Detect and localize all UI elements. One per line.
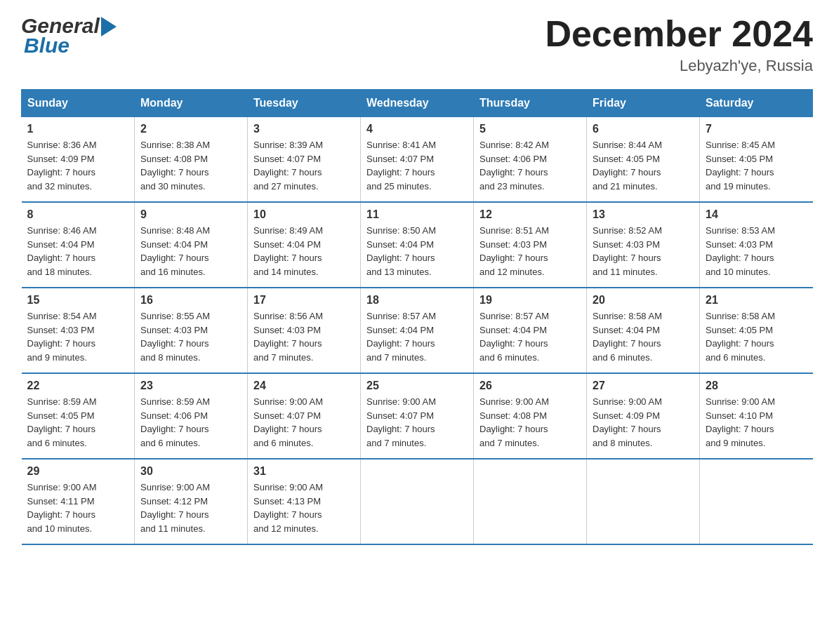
day-info: Sunrise: 8:59 AM Sunset: 4:06 PM Dayligh… bbox=[140, 395, 241, 450]
day-info: Sunrise: 8:54 AM Sunset: 4:03 PM Dayligh… bbox=[27, 309, 129, 364]
col-monday: Monday bbox=[135, 90, 248, 117]
cell-w2-d2: 10Sunrise: 8:49 AM Sunset: 4:04 PM Dayli… bbox=[248, 202, 361, 288]
cell-w5-d5 bbox=[587, 459, 700, 544]
col-saturday: Saturday bbox=[700, 90, 813, 117]
cell-w3-d3: 18Sunrise: 8:57 AM Sunset: 4:04 PM Dayli… bbox=[361, 288, 474, 373]
day-info: Sunrise: 8:42 AM Sunset: 4:06 PM Dayligh… bbox=[479, 138, 581, 193]
cell-w4-d3: 25Sunrise: 9:00 AM Sunset: 4:07 PM Dayli… bbox=[361, 373, 474, 459]
cell-w2-d5: 13Sunrise: 8:52 AM Sunset: 4:03 PM Dayli… bbox=[587, 202, 700, 288]
cell-w5-d2: 31Sunrise: 9:00 AM Sunset: 4:13 PM Dayli… bbox=[248, 459, 361, 544]
cell-w5-d1: 30Sunrise: 9:00 AM Sunset: 4:12 PM Dayli… bbox=[135, 459, 248, 544]
day-info: Sunrise: 8:58 AM Sunset: 4:04 PM Dayligh… bbox=[593, 309, 694, 364]
day-info: Sunrise: 9:00 AM Sunset: 4:10 PM Dayligh… bbox=[706, 395, 807, 450]
cell-w4-d1: 23Sunrise: 8:59 AM Sunset: 4:06 PM Dayli… bbox=[135, 373, 248, 459]
day-info: Sunrise: 8:48 AM Sunset: 4:04 PM Dayligh… bbox=[140, 224, 241, 279]
col-wednesday: Wednesday bbox=[361, 90, 474, 117]
day-info: Sunrise: 9:00 AM Sunset: 4:07 PM Dayligh… bbox=[366, 395, 468, 450]
cell-w4-d4: 26Sunrise: 9:00 AM Sunset: 4:08 PM Dayli… bbox=[474, 373, 587, 459]
day-info: Sunrise: 8:57 AM Sunset: 4:04 PM Dayligh… bbox=[366, 309, 468, 364]
day-info: Sunrise: 9:00 AM Sunset: 4:08 PM Dayligh… bbox=[479, 395, 581, 450]
day-number: 15 bbox=[27, 294, 129, 307]
day-info: Sunrise: 8:41 AM Sunset: 4:07 PM Dayligh… bbox=[366, 138, 468, 193]
month-title: December 2024 bbox=[545, 14, 813, 54]
logo-arrow-icon bbox=[101, 17, 117, 36]
day-info: Sunrise: 8:58 AM Sunset: 4:05 PM Dayligh… bbox=[706, 309, 807, 364]
day-number: 30 bbox=[140, 465, 241, 478]
day-info: Sunrise: 9:00 AM Sunset: 4:07 PM Dayligh… bbox=[253, 395, 355, 450]
day-number: 3 bbox=[253, 123, 355, 135]
day-info: Sunrise: 8:45 AM Sunset: 4:05 PM Dayligh… bbox=[706, 138, 807, 193]
location-text: Lebyazh'ye, Russia bbox=[545, 57, 813, 75]
day-info: Sunrise: 8:44 AM Sunset: 4:05 PM Dayligh… bbox=[593, 138, 694, 193]
cell-w4-d6: 28Sunrise: 9:00 AM Sunset: 4:10 PM Dayli… bbox=[700, 373, 813, 459]
cell-w1-d3: 4Sunrise: 8:41 AM Sunset: 4:07 PM Daylig… bbox=[361, 117, 474, 203]
day-info: Sunrise: 8:49 AM Sunset: 4:04 PM Dayligh… bbox=[253, 224, 355, 279]
cell-w3-d0: 15Sunrise: 8:54 AM Sunset: 4:03 PM Dayli… bbox=[22, 288, 135, 373]
day-number: 21 bbox=[706, 294, 807, 307]
day-info: Sunrise: 8:55 AM Sunset: 4:03 PM Dayligh… bbox=[140, 309, 241, 364]
day-info: Sunrise: 8:50 AM Sunset: 4:04 PM Dayligh… bbox=[366, 224, 468, 279]
day-number: 14 bbox=[706, 208, 807, 221]
day-number: 5 bbox=[479, 123, 581, 135]
svg-marker-0 bbox=[101, 17, 117, 36]
day-info: Sunrise: 9:00 AM Sunset: 4:09 PM Dayligh… bbox=[593, 395, 694, 450]
day-number: 7 bbox=[706, 123, 807, 135]
day-number: 6 bbox=[593, 123, 694, 135]
day-number: 13 bbox=[593, 208, 694, 221]
day-info: Sunrise: 8:56 AM Sunset: 4:03 PM Dayligh… bbox=[253, 309, 355, 364]
day-number: 22 bbox=[27, 380, 129, 392]
cell-w2-d4: 12Sunrise: 8:51 AM Sunset: 4:03 PM Dayli… bbox=[474, 202, 587, 288]
calendar-header: Sunday Monday Tuesday Wednesday Thursday… bbox=[22, 90, 813, 117]
cell-w3-d1: 16Sunrise: 8:55 AM Sunset: 4:03 PM Dayli… bbox=[135, 288, 248, 373]
cell-w5-d6 bbox=[700, 459, 813, 544]
day-number: 12 bbox=[479, 208, 581, 221]
calendar-table: Sunday Monday Tuesday Wednesday Thursday… bbox=[21, 89, 813, 545]
cell-w5-d0: 29Sunrise: 9:00 AM Sunset: 4:11 PM Dayli… bbox=[22, 459, 135, 544]
cell-w2-d6: 14Sunrise: 8:53 AM Sunset: 4:03 PM Dayli… bbox=[700, 202, 813, 288]
cell-w4-d0: 22Sunrise: 8:59 AM Sunset: 4:05 PM Dayli… bbox=[22, 373, 135, 459]
title-block: December 2024 Lebyazh'ye, Russia bbox=[545, 14, 813, 75]
day-info: Sunrise: 8:36 AM Sunset: 4:09 PM Dayligh… bbox=[27, 138, 129, 193]
day-number: 8 bbox=[27, 208, 129, 221]
day-number: 24 bbox=[253, 380, 355, 392]
cell-w1-d0: 1Sunrise: 8:36 AM Sunset: 4:09 PM Daylig… bbox=[22, 117, 135, 203]
day-info: Sunrise: 8:46 AM Sunset: 4:04 PM Dayligh… bbox=[27, 224, 129, 279]
cell-w2-d3: 11Sunrise: 8:50 AM Sunset: 4:04 PM Dayli… bbox=[361, 202, 474, 288]
day-number: 10 bbox=[253, 208, 355, 221]
cell-w1-d2: 3Sunrise: 8:39 AM Sunset: 4:07 PM Daylig… bbox=[248, 117, 361, 203]
cell-w2-d0: 8Sunrise: 8:46 AM Sunset: 4:04 PM Daylig… bbox=[22, 202, 135, 288]
cell-w5-d3 bbox=[361, 459, 474, 544]
day-info: Sunrise: 8:53 AM Sunset: 4:03 PM Dayligh… bbox=[706, 224, 807, 279]
day-number: 9 bbox=[140, 208, 241, 221]
day-info: Sunrise: 9:00 AM Sunset: 4:11 PM Dayligh… bbox=[27, 481, 129, 535]
day-info: Sunrise: 9:00 AM Sunset: 4:13 PM Dayligh… bbox=[253, 481, 355, 535]
day-info: Sunrise: 8:59 AM Sunset: 4:05 PM Dayligh… bbox=[27, 395, 129, 450]
cell-w5-d4 bbox=[474, 459, 587, 544]
day-number: 2 bbox=[140, 123, 241, 135]
cell-w3-d4: 19Sunrise: 8:57 AM Sunset: 4:04 PM Dayli… bbox=[474, 288, 587, 373]
day-info: Sunrise: 8:51 AM Sunset: 4:03 PM Dayligh… bbox=[479, 224, 581, 279]
page-header: General Blue December 2024 Lebyazh'ye, R… bbox=[21, 14, 813, 75]
day-number: 4 bbox=[366, 123, 468, 135]
day-number: 29 bbox=[27, 465, 129, 478]
day-number: 27 bbox=[593, 380, 694, 392]
day-info: Sunrise: 8:52 AM Sunset: 4:03 PM Dayligh… bbox=[593, 224, 694, 279]
day-number: 17 bbox=[253, 294, 355, 307]
day-number: 20 bbox=[593, 294, 694, 307]
cell-w1-d1: 2Sunrise: 8:38 AM Sunset: 4:08 PM Daylig… bbox=[135, 117, 248, 203]
day-number: 11 bbox=[366, 208, 468, 221]
cell-w1-d5: 6Sunrise: 8:44 AM Sunset: 4:05 PM Daylig… bbox=[587, 117, 700, 203]
day-number: 18 bbox=[366, 294, 468, 307]
day-number: 1 bbox=[27, 123, 129, 135]
day-info: Sunrise: 8:39 AM Sunset: 4:07 PM Dayligh… bbox=[253, 138, 355, 193]
cell-w4-d5: 27Sunrise: 9:00 AM Sunset: 4:09 PM Dayli… bbox=[587, 373, 700, 459]
calendar-body: 1Sunrise: 8:36 AM Sunset: 4:09 PM Daylig… bbox=[22, 117, 813, 545]
day-number: 16 bbox=[140, 294, 241, 307]
col-sunday: Sunday bbox=[22, 90, 135, 117]
col-friday: Friday bbox=[587, 90, 700, 117]
col-tuesday: Tuesday bbox=[248, 90, 361, 117]
day-info: Sunrise: 8:38 AM Sunset: 4:08 PM Dayligh… bbox=[140, 138, 241, 193]
logo: General Blue bbox=[21, 14, 117, 58]
cell-w3-d6: 21Sunrise: 8:58 AM Sunset: 4:05 PM Dayli… bbox=[700, 288, 813, 373]
day-number: 23 bbox=[140, 380, 241, 392]
